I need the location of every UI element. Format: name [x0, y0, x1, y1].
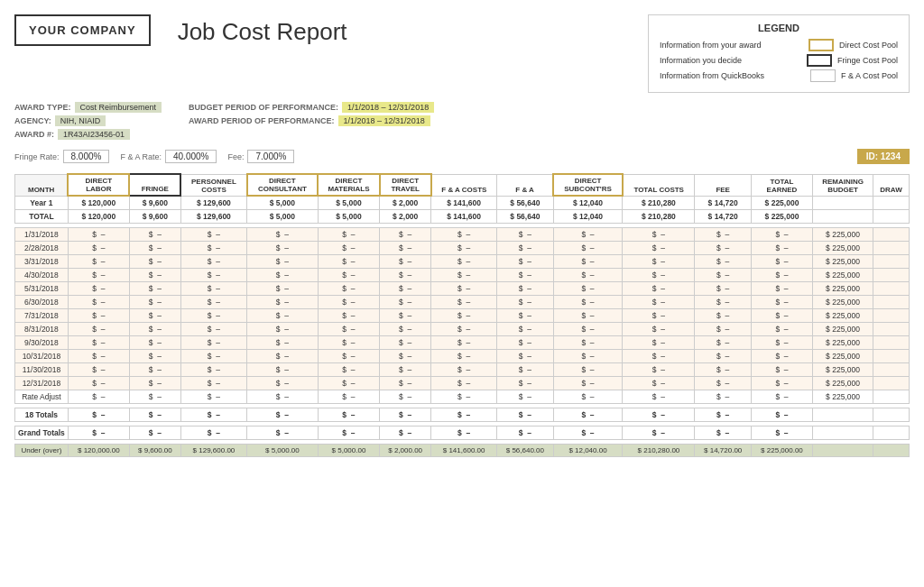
legend-color-2	[807, 54, 832, 67]
table-row: 18 Totals $ –$ –$ –$ –$ –$ –$ –$ –$ –$ –…	[15, 408, 910, 422]
id-label: ID:	[866, 151, 878, 161]
report-title: Job Cost Report	[178, 14, 648, 46]
year1-remaining	[813, 196, 873, 210]
col-total-costs: TOTAL COSTS	[623, 174, 695, 196]
year1-fee: $ 14,720	[695, 196, 751, 210]
award-type-label: AWARD TYPE:	[14, 103, 71, 112]
table-row: 12/31/2018 $ –$ –$ –$ –$ –$ –$ –$ –$ –$ …	[15, 377, 910, 390]
main-table: MONTH DIRECTLABOR FRINGE PERSONNELCOSTS …	[14, 173, 910, 457]
total-fringe: $ 9,600	[129, 210, 180, 224]
col-draw: DRAW	[873, 174, 910, 196]
award-value: 1R43AI23456-01	[58, 129, 130, 140]
info-right: BUDGET PERIOD OF PERFORMANCE: 1/1/2018 –…	[189, 102, 434, 140]
total-materials: $ 5,000	[318, 210, 380, 224]
under-over-te: $ 225,000.00	[751, 445, 812, 457]
totals-18-label: 18 Totals	[15, 408, 69, 422]
table-row: Under (over) $ 120,000.00 $ 9,600.00 $ 1…	[15, 445, 910, 457]
fringe-rate-value: 8.000%	[63, 150, 110, 163]
date-te-0: $ –	[751, 228, 812, 242]
year1-total-costs: $ 210,280	[623, 196, 695, 210]
col-direct-materials: DIRECTMATERIALS	[318, 174, 380, 196]
info-left: AWARD TYPE: Cost Reimbursement AGENCY: N…	[14, 102, 162, 140]
award-perf-row: AWARD PERIOD OF PERFORMANCE: 1/1/2018 – …	[189, 115, 434, 126]
info-section: AWARD TYPE: Cost Reimbursement AGENCY: N…	[14, 102, 910, 140]
legend-title: LEGEND	[660, 23, 898, 33]
total-consultant: $ 5,000	[247, 210, 319, 224]
total-fa: $ 56,640	[497, 210, 553, 224]
col-fa: F & A	[497, 174, 553, 196]
award-perf-value: 1/1/2018 – 12/31/2018	[338, 115, 430, 126]
date-pc-0: $ –	[180, 228, 246, 242]
year1-subcont: $ 12,040	[553, 196, 623, 210]
total-travel: $ 2,000	[380, 210, 431, 224]
col-total-earned: TOTALEARNED	[751, 174, 812, 196]
under-over-dm: $ 5,000.00	[318, 445, 380, 457]
year1-fa-costs: $ 141,600	[431, 196, 497, 210]
date-draw-0	[873, 228, 910, 242]
date-month-0: 1/31/2018	[15, 228, 69, 242]
table-row: 11/30/2018 $ –$ –$ –$ –$ –$ –$ –$ –$ –$ …	[15, 363, 910, 377]
col-direct-travel: DIRECTTRAVEL	[380, 174, 431, 196]
grand-totals-label: Grand Totals	[15, 426, 69, 440]
under-over-fa: $ 56,640.00	[497, 445, 553, 457]
year1-materials: $ 5,000	[318, 196, 380, 210]
legend-color-3	[810, 69, 836, 82]
date-fac-0: $ –	[431, 228, 497, 242]
under-over-fac: $ 141,600.00	[431, 445, 497, 457]
date-dt-0: $ –	[380, 228, 431, 242]
year1-month: Year 1	[15, 196, 69, 210]
under-over-label: Under (over)	[15, 445, 69, 457]
fee-rate-label: Fee:	[227, 152, 244, 161]
total-total-earned: $ 225,000	[751, 210, 812, 224]
year1-consultant: $ 5,000	[247, 196, 319, 210]
table-row: Year 1 $ 120,000 $ 9,600 $ 129,600 $ 5,0…	[15, 196, 910, 210]
col-month: MONTH	[15, 174, 69, 196]
col-direct-labor: DIRECTLABOR	[68, 174, 129, 196]
budget-perf-value: 1/1/2018 – 12/31/2018	[342, 102, 434, 113]
legend-color-1	[808, 39, 834, 51]
id-badge: ID: 1234	[857, 149, 910, 164]
table-row: 2/28/2018 $ –$ –$ –$ –$ –$ –$ –$ –$ –$ –…	[15, 242, 910, 255]
fringe-rate-label: Fringe Rate:	[14, 152, 60, 161]
legend-text-3: F & A Cost Pool	[841, 71, 898, 80]
under-over-ds: $ 12,040.00	[553, 445, 623, 457]
legend: LEGEND Information from your award Direc…	[648, 14, 910, 93]
table-row: Rate Adjust $ –$ –$ –$ –$ –$ –$ –$ –$ –$…	[15, 390, 910, 404]
col-fa-costs: F & A COSTS	[431, 174, 497, 196]
year1-fa: $ 56,640	[497, 196, 553, 210]
legend-item-3: Information from QuickBooks F & A Cost P…	[660, 69, 898, 82]
fee-rate-value: 7.000%	[247, 150, 294, 163]
table-row: Grand Totals $ –$ –$ –$ –$ –$ –$ –$ –$ –…	[15, 426, 910, 440]
total-fa-costs: $ 141,600	[431, 210, 497, 224]
total-direct-labor: $ 120,000	[68, 210, 129, 224]
award-type-value: Cost Reimbursement	[75, 102, 162, 113]
date-rb-1: $ 225,000	[813, 242, 873, 255]
budget-perf-row: BUDGET PERIOD OF PERFORMANCE: 1/1/2018 –…	[189, 102, 434, 113]
legend-item-1: Information from your award Direct Cost …	[660, 39, 898, 51]
date-dc-0: $ –	[247, 228, 319, 242]
date-rb-0: $ 225,000	[813, 228, 873, 242]
budget-perf-label: BUDGET PERIOD OF PERFORMANCE:	[189, 103, 338, 112]
id-value: 1234	[881, 151, 901, 161]
table-row: 5/31/2018 $ –$ –$ –$ –$ –$ –$ –$ –$ –$ –…	[15, 282, 910, 296]
agency-value: NIH, NIAID	[55, 115, 106, 126]
table-row: 1/31/2018 $ –$ –$ –$ –$ –$ –$ –$ –$ –$ –…	[15, 228, 910, 242]
under-over-rb	[813, 445, 873, 457]
agency-row: AGENCY: NIH, NIAID	[14, 115, 162, 126]
year1-travel: $ 2,000	[380, 196, 431, 210]
legend-label-3: Information from QuickBooks	[660, 71, 805, 80]
date-ds-0: $ –	[553, 228, 623, 242]
year1-fringe: $ 9,600	[129, 196, 180, 210]
year1-personnel: $ 129,600	[180, 196, 246, 210]
agency-label: AGENCY:	[14, 116, 51, 125]
company-name: YOUR COMPANY	[14, 14, 151, 46]
table-row: 3/31/2018 $ –$ –$ –$ –$ –$ –$ –$ –$ –$ –…	[15, 255, 910, 269]
table-row: 4/30/2018 $ –$ –$ –$ –$ –$ –$ –$ –$ –$ –…	[15, 269, 910, 282]
year1-direct-labor: $ 120,000	[68, 196, 129, 210]
fa-rate-item: F & A Rate: 40.000%	[120, 150, 217, 163]
legend-text-1: Direct Cost Pool	[839, 41, 898, 50]
under-over-tc: $ 210,280.00	[623, 445, 695, 457]
date-month-1: 2/28/2018	[15, 242, 69, 255]
col-fringe: FRINGE	[129, 174, 180, 196]
table-row: 9/30/2018 $ –$ –$ –$ –$ –$ –$ –$ –$ –$ –…	[15, 336, 910, 350]
